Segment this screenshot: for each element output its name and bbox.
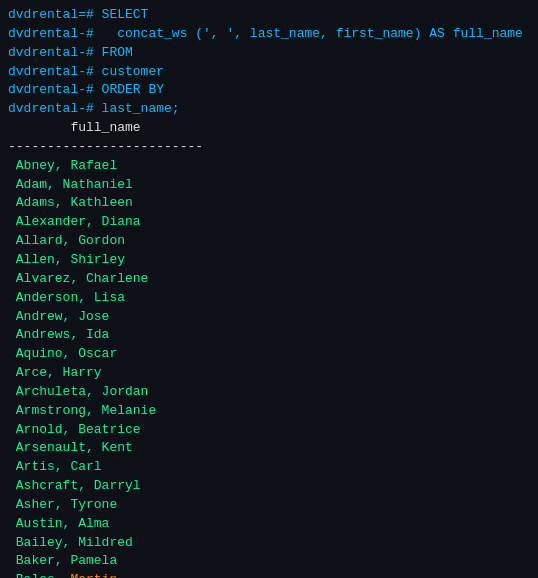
bales-highlight: Martin [70, 572, 117, 578]
row-bales: Bales, Martin [8, 571, 530, 578]
row-andrews: Andrews, Ida [8, 326, 530, 345]
row-austin: Austin, Alma [8, 515, 530, 534]
row-arce: Arce, Harry [8, 364, 530, 383]
prompt-line-5: dvdrental-# ORDER BY [8, 81, 530, 100]
row-ashcraft: Ashcraft, Darryl [8, 477, 530, 496]
prompt-line-3: dvdrental-# FROM [8, 44, 530, 63]
row-allen: Allen, Shirley [8, 251, 530, 270]
row-alvarez: Alvarez, Charlene [8, 270, 530, 289]
prompt-lines: dvdrental=# SELECT dvdrental-# concat_ws… [8, 6, 530, 119]
prompt-line-1: dvdrental=# SELECT [8, 6, 530, 25]
row-arnold: Arnold, Beatrice [8, 421, 530, 440]
row-anderson: Anderson, Lisa [8, 289, 530, 308]
row-artis: Artis, Carl [8, 458, 530, 477]
row-alexander: Alexander, Diana [8, 213, 530, 232]
prompt-line-4: dvdrental-# customer [8, 63, 530, 82]
row-andrew: Andrew, Jose [8, 308, 530, 327]
row-adam: Adam, Nathaniel [8, 176, 530, 195]
row-asher: Asher, Tyrone [8, 496, 530, 515]
prompt-line-6: dvdrental-# last_name; [8, 100, 530, 119]
row-abney: Abney, Rafael [8, 157, 530, 176]
terminal: dvdrental=# SELECT dvdrental-# concat_ws… [0, 0, 538, 578]
bales-prefix: Bales, [8, 572, 70, 578]
row-aquino: Aquino, Oscar [8, 345, 530, 364]
row-arsenault: Arsenault, Kent [8, 439, 530, 458]
row-bailey: Bailey, Mildred [8, 534, 530, 553]
row-adams: Adams, Kathleen [8, 194, 530, 213]
row-archuleta: Archuleta, Jordan [8, 383, 530, 402]
column-header: full_name [8, 119, 530, 138]
separator: ------------------------- [8, 138, 530, 157]
row-baker: Baker, Pamela [8, 552, 530, 571]
row-armstrong: Armstrong, Melanie [8, 402, 530, 421]
prompt-line-2: dvdrental-# concat_ws (', ', last_name, … [8, 25, 530, 44]
row-allard: Allard, Gordon [8, 232, 530, 251]
